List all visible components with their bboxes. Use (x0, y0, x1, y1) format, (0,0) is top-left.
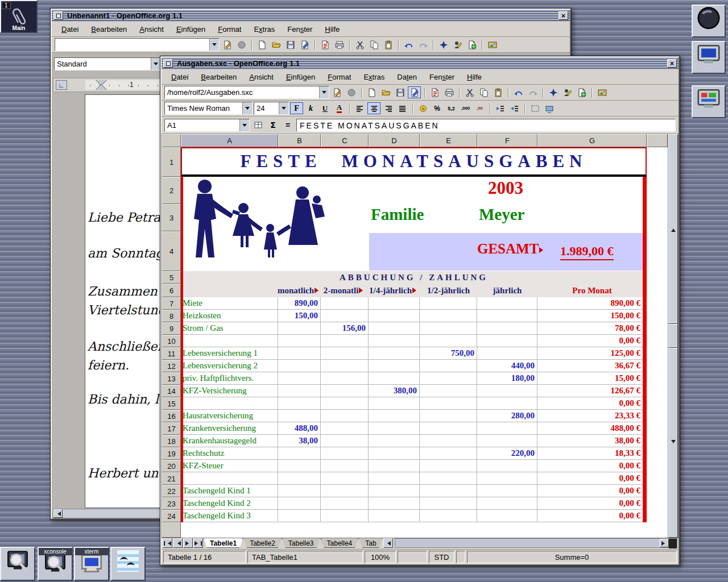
sheet-tab-tabelle2[interactable]: Tabelle2 (243, 538, 282, 548)
cell[interactable] (477, 422, 537, 435)
cell[interactable] (321, 360, 369, 372)
cell[interactable]: 180,00 (477, 372, 537, 385)
open-url-icon[interactable] (330, 86, 344, 98)
cell[interactable]: Taschengeld Kind 2 (181, 497, 278, 510)
cell[interactable]: 38,00 € (537, 435, 647, 447)
cell[interactable] (477, 310, 537, 322)
menu-hilfe[interactable]: Hilfe (320, 23, 345, 35)
cell[interactable] (420, 372, 477, 385)
desktop-display-icon[interactable] (692, 85, 726, 118)
print-file-icon[interactable] (318, 39, 332, 51)
cell[interactable]: 38,00 (278, 435, 321, 447)
navigator-icon[interactable] (437, 39, 450, 51)
row-header-7[interactable]: 7 (162, 297, 181, 310)
cell[interactable] (420, 447, 477, 460)
cell[interactable]: Taschengeld Kind 3 (181, 510, 278, 522)
cell[interactable]: 15,00 € (537, 372, 647, 385)
close-button[interactable]: × (559, 11, 568, 20)
url-combo[interactable]: /home/rolf2/Ausgaben.sxc (164, 86, 329, 99)
navigator-icon[interactable] (547, 86, 560, 98)
row-header-22[interactable]: 22 (162, 485, 181, 497)
cell[interactable] (278, 510, 321, 522)
cell[interactable] (321, 410, 369, 422)
cell[interactable] (369, 410, 420, 422)
sheet-tab-tab[interactable]: Tab (359, 538, 382, 548)
cell[interactable]: Strom / Gas (181, 322, 278, 335)
column-header-F[interactable]: F (477, 134, 537, 147)
cell[interactable] (420, 385, 477, 397)
cell[interactable] (278, 447, 321, 460)
cell[interactable] (321, 335, 369, 347)
cell[interactable]: Heizkosten (181, 310, 278, 322)
row-header-3[interactable]: 3 (162, 204, 181, 231)
row-header-23[interactable]: 23 (162, 497, 181, 510)
desktop-monitor-icon[interactable] (692, 41, 726, 74)
row-header-6[interactable]: 6 (162, 284, 181, 297)
cell[interactable] (369, 472, 420, 485)
border-icon[interactable] (528, 102, 541, 114)
row-header-17[interactable]: 17 (162, 422, 181, 435)
font-size-value[interactable]: 24 (254, 102, 279, 114)
cell[interactable] (369, 485, 420, 497)
cell-reference-value[interactable]: A1 (165, 119, 239, 131)
cell[interactable] (420, 410, 477, 422)
cell[interactable]: 0,00 € (537, 510, 647, 522)
cell[interactable] (278, 322, 321, 335)
cell[interactable] (321, 435, 369, 447)
gallery-icon[interactable] (486, 39, 499, 51)
total-band[interactable]: GESAMT 1.989,00 € (369, 233, 644, 271)
function-wizard-icon[interactable] (251, 119, 265, 131)
open-url-icon[interactable] (221, 39, 234, 51)
cell[interactable] (278, 385, 321, 397)
cell[interactable]: Lebensversicherung 1 (181, 347, 278, 360)
column-header-G[interactable]: G (537, 134, 647, 147)
cell[interactable] (321, 422, 369, 435)
cell[interactable]: 0,00 € (537, 497, 647, 510)
dropdown-button[interactable] (242, 102, 252, 114)
scroll-down-button[interactable] (668, 348, 678, 538)
print-icon[interactable] (333, 39, 346, 51)
cell[interactable]: Lebensversicherung 2 (181, 360, 278, 372)
cell[interactable] (321, 460, 369, 472)
number-format-icon[interactable]: 5,2 (445, 102, 458, 114)
cell[interactable] (278, 460, 321, 472)
period-header[interactable]: 1/2-jährlich (420, 284, 477, 297)
cell[interactable]: Krankenhaustagegeld (181, 435, 278, 447)
row-header-8[interactable]: 8 (162, 310, 181, 322)
currency-icon[interactable]: 9 (416, 102, 429, 114)
insert-object-icon[interactable] (465, 39, 478, 51)
cell[interactable] (477, 472, 537, 485)
row-header-5[interactable]: 5 (162, 271, 181, 284)
menu-format[interactable]: Format (213, 23, 246, 35)
font-size-combo[interactable]: 24 (254, 102, 289, 115)
close-button[interactable]: × (667, 59, 677, 68)
cell[interactable] (321, 347, 369, 360)
ruler-corner[interactable]: ∟ (56, 80, 67, 90)
paragraph-style-combo[interactable]: Standard (54, 57, 161, 70)
period-header[interactable]: 2-monatli (321, 284, 369, 297)
cell[interactable] (321, 397, 369, 410)
stop-icon[interactable] (345, 86, 358, 98)
menu-hilfe[interactable]: Hilfe (462, 71, 487, 83)
cell[interactable] (420, 397, 477, 410)
last-sheet-button[interactable] (193, 538, 203, 548)
cell[interactable] (181, 335, 278, 347)
underline-icon[interactable]: U (318, 102, 332, 114)
next-sheet-button[interactable] (183, 538, 193, 548)
background-color-icon[interactable] (543, 102, 556, 114)
cell[interactable]: 150,00 (278, 310, 321, 322)
period-header[interactable]: jährlich (477, 284, 537, 297)
cell[interactable] (477, 435, 537, 447)
scrollbar-thumb[interactable] (668, 324, 678, 347)
cell[interactable] (278, 360, 321, 372)
cell[interactable] (369, 297, 420, 310)
undo-icon[interactable] (402, 39, 415, 51)
cell[interactable]: KFZ-Versicherung (181, 385, 278, 397)
cell[interactable] (369, 460, 420, 472)
cell[interactable] (278, 410, 321, 422)
pager-badge[interactable]: 1 (2, 2, 11, 9)
vertical-scrollbar[interactable] (668, 134, 678, 538)
row-header-24[interactable]: 24 (162, 510, 181, 522)
cell[interactable]: 0,00 € (537, 485, 647, 497)
resize-grip[interactable] (669, 539, 677, 548)
